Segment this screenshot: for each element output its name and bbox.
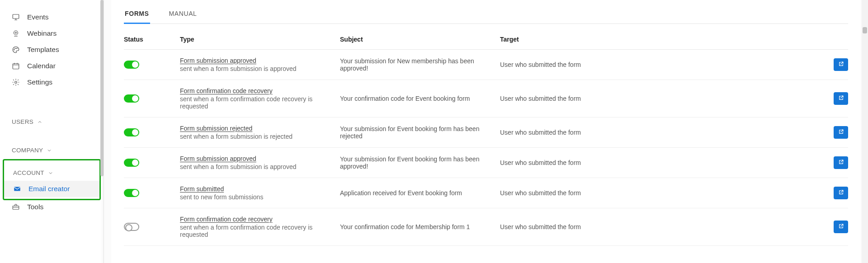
tab-forms[interactable]: FORMS <box>124 10 150 23</box>
cell-action <box>816 221 848 233</box>
sidebar-scrollbar[interactable] <box>100 0 104 176</box>
type-description: sent when a form confirmation code recov… <box>180 224 340 238</box>
status-toggle[interactable] <box>124 223 139 231</box>
tutorial-highlight: ACCOUNT Email creator <box>3 159 101 200</box>
table-rows: Form submission approvedsent when a form… <box>124 50 848 246</box>
cell-type: Form submission rejectedsent when a form… <box>180 125 340 140</box>
table-row: Form submittedsent to new form submissio… <box>124 178 848 208</box>
col-header-subject: Subject <box>340 36 500 43</box>
svg-point-2 <box>15 32 17 33</box>
sidebar-item-label: Calendar <box>27 62 56 70</box>
sidebar-item-templates[interactable]: Templates <box>0 42 104 58</box>
edit-button[interactable] <box>834 156 848 169</box>
external-edit-icon <box>838 61 844 69</box>
palette-icon <box>12 46 20 54</box>
webcam-icon <box>12 29 20 38</box>
edit-button[interactable] <box>834 92 848 105</box>
cell-action <box>816 58 848 71</box>
svg-rect-9 <box>13 206 19 210</box>
svg-point-1 <box>14 31 18 35</box>
cell-target: User who submitted the form <box>500 189 816 197</box>
sidebar-item-email-creator[interactable]: Email creator <box>4 181 99 197</box>
cell-target: User who submitted the form <box>500 95 816 102</box>
table-row: Form submission approvedsent when a form… <box>124 50 848 80</box>
section-label: COMPANY <box>12 147 43 154</box>
envelope-icon <box>13 185 21 193</box>
table-row: Form confirmation code recoverysent when… <box>124 208 848 246</box>
chevron-down-icon <box>47 148 52 153</box>
edit-button[interactable] <box>834 221 848 233</box>
status-toggle[interactable] <box>124 128 139 136</box>
col-header-type: Type <box>180 36 340 43</box>
main-scrollbar-thumb[interactable] <box>863 27 867 33</box>
type-description: sent when a form submission is rejected <box>180 133 340 140</box>
cell-subject: Your submission for Event booking form h… <box>340 125 500 140</box>
cell-subject: Your confirmation code for Event booking… <box>340 95 500 102</box>
cell-target: User who submitted the form <box>500 159 816 166</box>
col-header-status: Status <box>124 36 180 43</box>
status-toggle[interactable] <box>124 189 139 197</box>
sidebar-item-tools[interactable]: Tools <box>0 200 104 215</box>
external-edit-icon <box>838 128 844 136</box>
sidebar-section-users[interactable]: USERS <box>0 114 104 130</box>
sidebar-section-company[interactable]: COMPANY <box>0 142 104 158</box>
sidebar: Events Webinars Templates Calendar Setti… <box>0 0 104 263</box>
edit-button[interactable] <box>834 126 848 139</box>
cell-status <box>124 94 180 103</box>
edit-button[interactable] <box>834 58 848 71</box>
main-scroll-track[interactable] <box>862 0 868 263</box>
sidebar-section-account[interactable]: ACCOUNT <box>4 165 99 181</box>
tabs: FORMS MANUAL <box>124 0 848 24</box>
table-row: Form confirmation code recoverysent when… <box>124 80 848 117</box>
cell-status <box>124 61 180 69</box>
table-row: Form submission approvedsent when a form… <box>124 148 848 178</box>
sidebar-item-label: Settings <box>27 78 52 86</box>
presentation-icon <box>12 13 20 21</box>
cell-status <box>124 128 180 136</box>
type-title-link[interactable]: Form submission rejected <box>180 125 340 132</box>
cell-action <box>816 92 848 105</box>
type-title-link[interactable]: Form submitted <box>180 185 340 193</box>
sidebar-item-label: Webinars <box>27 29 57 38</box>
sidebar-item-events[interactable]: Events <box>0 9 104 25</box>
cell-status <box>124 189 180 197</box>
external-edit-icon <box>838 159 844 167</box>
external-edit-icon <box>838 94 844 103</box>
cell-subject: Your submission for New membership has b… <box>340 57 500 72</box>
cell-subject: Your submission for Event booking form h… <box>340 155 500 170</box>
svg-point-5 <box>17 48 18 49</box>
main-content: FORMS MANUAL Status Type Subject Target … <box>104 0 868 263</box>
svg-point-3 <box>14 49 15 50</box>
type-description: sent when a form confirmation code recov… <box>180 95 340 110</box>
type-title-link[interactable]: Form submission approved <box>180 57 340 64</box>
tab-manual[interactable]: MANUAL <box>168 10 198 23</box>
type-description: sent to new form submissions <box>180 193 340 201</box>
cell-status <box>124 223 180 231</box>
sidebar-item-label: Events <box>27 13 48 21</box>
sidebar-item-label: Tools <box>27 203 43 211</box>
sidebar-item-webinars[interactable]: Webinars <box>0 25 104 42</box>
status-toggle[interactable] <box>124 61 139 69</box>
sidebar-item-settings[interactable]: Settings <box>0 74 104 90</box>
svg-rect-6 <box>13 64 19 69</box>
type-description: sent when a form submission is approved <box>180 65 340 72</box>
cell-action <box>816 156 848 169</box>
cell-type: Form confirmation code recoverysent when… <box>180 216 340 238</box>
sidebar-item-calendar[interactable]: Calendar <box>0 58 104 74</box>
cell-subject: Application received for Event booking f… <box>340 189 500 197</box>
edit-button[interactable] <box>834 187 848 199</box>
external-edit-icon <box>838 223 844 231</box>
type-title-link[interactable]: Form submission approved <box>180 155 340 162</box>
section-label: USERS <box>12 118 33 125</box>
status-toggle[interactable] <box>124 94 139 103</box>
sidebar-item-label: Email creator <box>28 185 70 193</box>
svg-rect-8 <box>14 187 20 191</box>
type-title-link[interactable]: Form confirmation code recovery <box>180 87 340 94</box>
svg-point-7 <box>15 81 17 84</box>
status-toggle[interactable] <box>124 159 139 167</box>
cell-status <box>124 159 180 167</box>
table-row: Form submission rejectedsent when a form… <box>124 117 848 148</box>
svg-point-4 <box>15 48 16 49</box>
col-header-target: Target <box>500 36 848 43</box>
type-title-link[interactable]: Form confirmation code recovery <box>180 216 340 223</box>
